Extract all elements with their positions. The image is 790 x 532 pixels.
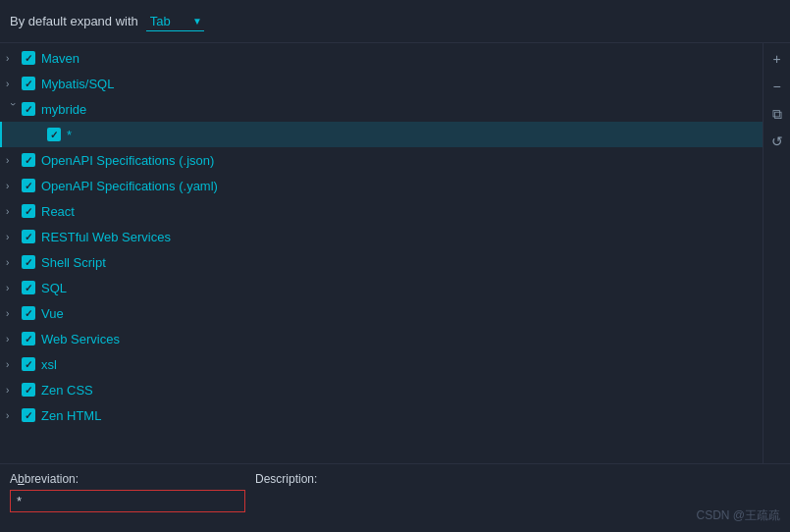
copy-button[interactable]: ⧉: [767, 104, 787, 124]
template-tree-list[interactable]: ›✓Maven›✓Mybatis/SQL›✓mybride›✓*›✓OpenAP…: [0, 43, 763, 463]
item-label-sql: SQL: [41, 281, 67, 295]
expand-arrow-vue[interactable]: ›: [6, 308, 20, 319]
checkbox-vue[interactable]: ✓: [22, 306, 35, 320]
add-button[interactable]: +: [767, 49, 787, 69]
item-label-maven: Maven: [41, 51, 79, 66]
expand-arrow-zencss[interactable]: ›: [6, 385, 20, 396]
item-label-restful: RESTful Web Services: [41, 230, 171, 244]
expand-arrow-mybride[interactable]: ›: [8, 102, 19, 116]
header-bar: By default expand with Tab Enter Space ▼: [0, 0, 790, 43]
tree-item-openapi-json[interactable]: ›✓OpenAPI Specifications (.json): [0, 147, 763, 173]
remove-button[interactable]: −: [767, 77, 787, 96]
item-label-openapi-json: OpenAPI Specifications (.json): [41, 153, 214, 168]
checkbox-mybride-star[interactable]: ✓: [47, 128, 61, 141]
expand-arrow-openapi-yaml[interactable]: ›: [6, 181, 20, 191]
checkbox-xsl[interactable]: ✓: [22, 357, 35, 371]
tree-item-zenhtml[interactable]: ›✓Zen HTML: [0, 402, 763, 428]
expand-arrow-shell[interactable]: ›: [6, 257, 20, 268]
expand-arrow-zenhtml[interactable]: ›: [6, 410, 20, 421]
expand-arrow-webservices[interactable]: ›: [6, 334, 20, 345]
tree-item-restful[interactable]: ›✓RESTful Web Services: [0, 224, 763, 249]
checkbox-shell[interactable]: ✓: [22, 255, 35, 269]
checkbox-mybatis[interactable]: ✓: [22, 77, 35, 90]
tree-item-mybride-star[interactable]: ›✓*: [0, 122, 763, 147]
item-label-react: React: [41, 204, 75, 219]
tree-item-shell[interactable]: ›✓Shell Script: [0, 249, 763, 275]
expand-arrow-maven[interactable]: ›: [6, 53, 20, 64]
tree-item-zencss[interactable]: ›✓Zen CSS: [0, 377, 763, 402]
item-label-mybatis: Mybatis/SQL: [41, 77, 114, 91]
item-label-zencss: Zen CSS: [41, 383, 93, 398]
tree-item-mybatis[interactable]: ›✓Mybatis/SQL: [0, 71, 763, 96]
expand-with-dropdown[interactable]: Tab Enter Space: [146, 12, 204, 31]
checkbox-openapi-json[interactable]: ✓: [22, 153, 35, 167]
checkbox-sql[interactable]: ✓: [22, 281, 35, 294]
watermark: CSDN @王疏疏: [696, 507, 780, 524]
checkbox-react[interactable]: ✓: [22, 204, 35, 218]
description-group: Description:: [255, 472, 780, 486]
header-label: By default expand with: [10, 14, 138, 28]
abbreviation-label: Abbreviation:: [10, 472, 245, 486]
expand-dropdown-wrapper[interactable]: Tab Enter Space ▼: [146, 12, 204, 31]
tree-item-openapi-yaml[interactable]: ›✓OpenAPI Specifications (.yaml): [0, 173, 763, 198]
expand-arrow-restful[interactable]: ›: [6, 232, 20, 242]
abbreviation-group: Abbreviation:: [10, 472, 245, 512]
bottom-panel: Abbreviation: Description:: [0, 463, 790, 532]
toolbar: + − ⧉ ↺: [763, 43, 790, 463]
expand-arrow-xsl[interactable]: ›: [6, 359, 20, 370]
expand-arrow-react[interactable]: ›: [6, 206, 20, 217]
checkbox-zenhtml[interactable]: ✓: [22, 408, 35, 422]
checkbox-zencss[interactable]: ✓: [22, 383, 35, 397]
tree-item-xsl[interactable]: ›✓xsl: [0, 351, 763, 377]
item-label-xsl: xsl: [41, 357, 57, 372]
abbreviation-underline-b: b: [18, 472, 25, 486]
tree-item-react[interactable]: ›✓React: [0, 198, 763, 224]
item-label-webservices: Web Services: [41, 332, 120, 346]
description-label: Description:: [255, 472, 780, 486]
content-area: ›✓Maven›✓Mybatis/SQL›✓mybride›✓*›✓OpenAP…: [0, 43, 790, 463]
abbreviation-input[interactable]: [10, 490, 245, 512]
checkbox-mybride[interactable]: ✓: [22, 102, 35, 116]
tree-item-sql[interactable]: ›✓SQL: [0, 275, 763, 300]
tree-item-webservices[interactable]: ›✓Web Services: [0, 326, 763, 351]
reset-button[interactable]: ↺: [767, 132, 787, 151]
item-label-openapi-yaml: OpenAPI Specifications (.yaml): [41, 179, 218, 193]
item-label-mybride-star: *: [67, 128, 72, 142]
expand-arrow-sql[interactable]: ›: [6, 283, 20, 293]
item-label-vue: Vue: [41, 306, 64, 321]
tree-item-vue[interactable]: ›✓Vue: [0, 300, 763, 326]
item-label-zenhtml: Zen HTML: [41, 408, 101, 423]
checkbox-maven[interactable]: ✓: [22, 51, 35, 65]
expand-arrow-openapi-json[interactable]: ›: [6, 155, 20, 166]
item-label-mybride: mybride: [41, 102, 86, 117]
tree-item-mybride[interactable]: ›✓mybride: [0, 96, 763, 122]
tree-item-maven[interactable]: ›✓Maven: [0, 45, 763, 71]
item-label-shell: Shell Script: [41, 255, 106, 270]
checkbox-webservices[interactable]: ✓: [22, 332, 35, 346]
checkbox-restful[interactable]: ✓: [22, 230, 35, 243]
expand-arrow-mybatis[interactable]: ›: [6, 79, 20, 89]
checkbox-openapi-yaml[interactable]: ✓: [22, 179, 35, 192]
